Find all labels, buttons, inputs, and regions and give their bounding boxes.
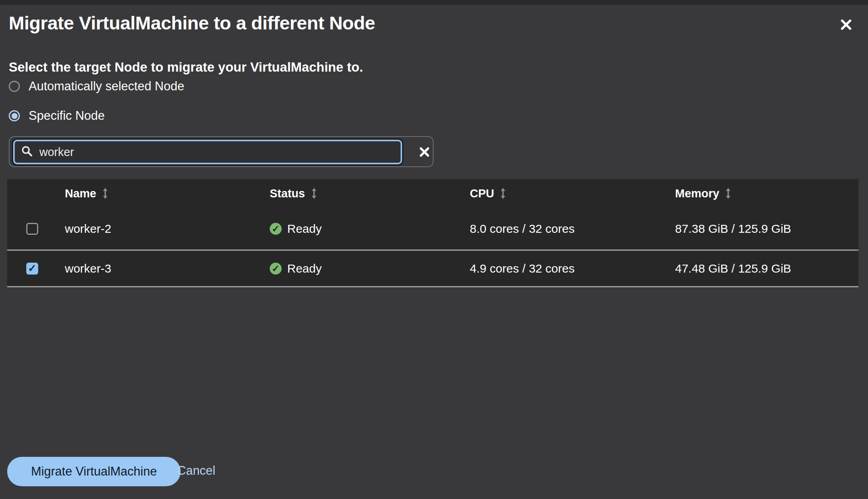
- node-name: worker-2: [65, 222, 270, 236]
- column-label: Status: [270, 187, 305, 200]
- column-header-status[interactable]: Status: [270, 187, 470, 200]
- search-input-wrap: [13, 140, 402, 164]
- table-row-worker-3: ✓ worker-3 ✓ Ready 4.9 cores / 32 cores …: [7, 251, 858, 287]
- radio-label: Specific Node: [29, 109, 105, 123]
- clear-icon: [419, 146, 430, 159]
- sort-icon[interactable]: [311, 187, 317, 199]
- status-text: Ready: [287, 222, 322, 236]
- nodes-table: Name Status CPU Memory: [7, 179, 858, 287]
- radio-label: Automatically selected Node: [29, 79, 184, 94]
- status-ready-icon: ✓: [270, 223, 282, 235]
- radio-specific-node[interactable]: Specific Node: [9, 109, 105, 123]
- modal-top-edge: [0, 0, 868, 5]
- search-icon: [21, 145, 33, 159]
- column-header-cpu[interactable]: CPU: [470, 187, 675, 200]
- node-memory: 87.38 GiB / 125.9 GiB: [675, 222, 858, 236]
- sort-icon[interactable]: [103, 187, 108, 199]
- row-checkbox-checked[interactable]: ✓: [26, 263, 38, 275]
- column-label: Memory: [675, 187, 719, 200]
- node-status-cell: ✓ Ready: [270, 262, 470, 275]
- row-checkbox-unchecked[interactable]: [26, 223, 38, 235]
- radio-selected-icon: [9, 110, 20, 121]
- clear-search-button[interactable]: [413, 142, 436, 163]
- cancel-button[interactable]: Cancel: [177, 464, 216, 478]
- sort-icon[interactable]: [500, 187, 506, 199]
- node-cpu: 4.9 cores / 32 cores: [470, 262, 675, 275]
- column-label: Name: [65, 187, 96, 200]
- node-name: worker-3: [65, 262, 270, 275]
- node-cpu: 8.0 cores / 32 cores: [470, 222, 675, 236]
- close-button[interactable]: [837, 16, 855, 34]
- table-header-row: Name Status CPU Memory: [7, 179, 858, 208]
- close-icon: [839, 18, 853, 33]
- status-ready-icon: ✓: [270, 263, 282, 275]
- node-memory: 47.48 GiB / 125.9 GiB: [675, 262, 858, 275]
- migrate-virtualmachine-button[interactable]: Migrate VirtualMachine: [7, 457, 181, 486]
- node-status-cell: ✓ Ready: [270, 222, 470, 236]
- table-row-worker-2: worker-2 ✓ Ready 8.0 cores / 32 cores 87…: [7, 208, 858, 251]
- column-header-memory[interactable]: Memory: [675, 187, 858, 200]
- radio-unselected-icon: [9, 81, 20, 92]
- node-search-group: [9, 136, 434, 167]
- status-text: Ready: [287, 262, 322, 275]
- sort-icon[interactable]: [726, 187, 731, 199]
- row-checkbox-cell: ✓: [7, 263, 65, 275]
- modal-subtitle: Select the target Node to migrate your V…: [9, 60, 363, 75]
- column-header-name[interactable]: Name: [65, 187, 270, 200]
- radio-automatically-selected-node[interactable]: Automatically selected Node: [9, 79, 184, 94]
- column-label: CPU: [470, 187, 494, 200]
- modal-title: Migrate VirtualMachine to a different No…: [9, 12, 375, 34]
- node-search-input[interactable]: [39, 145, 394, 159]
- row-checkbox-cell: [7, 223, 65, 235]
